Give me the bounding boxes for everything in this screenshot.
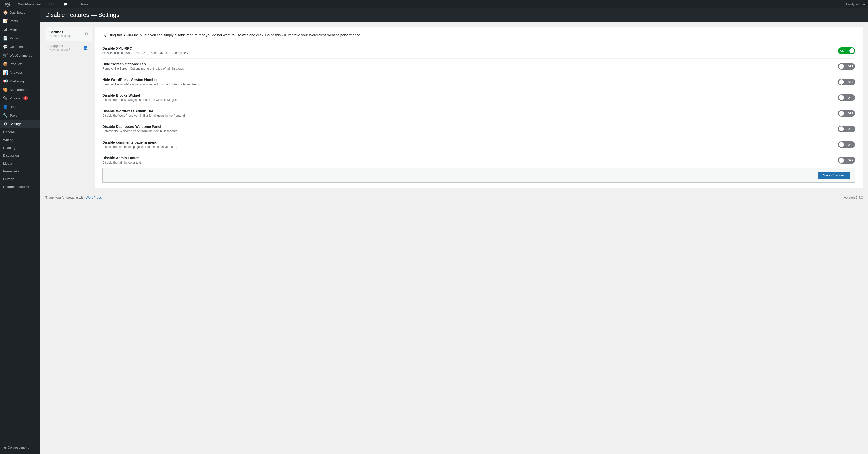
toggle-knob-screen-options: [839, 64, 844, 69]
sidebar-item-dashboard[interactable]: 🏠 Dashboard: [0, 8, 40, 17]
footer-version: Version 6.4.3: [844, 196, 863, 199]
person-icon: 👤: [83, 46, 88, 50]
updates-icon: ↻: [49, 2, 52, 6]
dashboard-icon: 🏠: [3, 10, 7, 15]
comments-nav-icon: 💬: [3, 45, 7, 49]
toggle-label-admin-footer: Disable Admin Footer Disable the admin f…: [102, 156, 142, 164]
plugins-icon: 🔌: [3, 96, 7, 101]
settings-submenu: General Writing Reading Discussion Media…: [0, 128, 40, 191]
toggle-label-comments-menu: Disable comments page in menu Disable th…: [102, 140, 177, 149]
pages-icon: 📄: [3, 36, 7, 40]
toggle-label-screen-options: Hide 'Screen Options' Tab Remove the Scr…: [102, 62, 185, 70]
sidebar-item-media[interactable]: 🖼 Media: [0, 25, 40, 34]
sidebar-item-users[interactable]: 👤 Users: [0, 103, 40, 111]
toggle-row-xml-rpc: Disable XML-RPC On sites running WordPre…: [102, 43, 855, 59]
sidebar-item-appearance[interactable]: 🎨 Appearance: [0, 85, 40, 94]
admin-menu: 🏠 Dashboard 📝 Posts 🖼 Media 📄: [0, 8, 40, 191]
sidebar-item-tools[interactable]: 🔧 Tools: [0, 111, 40, 120]
plugin-sidebar: Settings General settings ⚙ Support Havi…: [45, 27, 92, 188]
sidebar-item-comments[interactable]: 💬 Comments: [0, 42, 40, 51]
site-name[interactable]: WordPress Test: [16, 0, 43, 8]
submenu-writing[interactable]: Writing: [0, 136, 40, 144]
support-tab[interactable]: Support Having Issues? 👤: [45, 41, 92, 55]
toggle-row-comments-menu: Disable comments page in menu Disable th…: [102, 137, 855, 152]
toggle-label-version-number: Hide WordPress Version Number Remove the…: [102, 78, 200, 86]
media-icon: 🖼: [3, 27, 7, 32]
wp-footer: Thank you for creating with WordPress . …: [40, 193, 868, 202]
toggle-row-blocks-widget: Disable Blocks Widget Disable the Blocks…: [102, 90, 855, 106]
toggle-label-admin-bar: Disable WordPress Admin Bar Disable the …: [102, 109, 186, 117]
tools-icon: 🔧: [3, 113, 7, 118]
toggle-switch-comments-menu[interactable]: OFF: [838, 141, 855, 148]
toggle-label-welcome-panel: Disable Dashboard Welcome Panel Remove t…: [102, 125, 178, 133]
toggle-label-blocks-widget: Disable Blocks Widget Disable the Blocks…: [102, 93, 177, 102]
wordpress-link[interactable]: WordPress: [86, 196, 102, 199]
page-title-bar: Disable Features — Settings: [40, 8, 868, 22]
plugin-main-content: By using this All-in-One plugin you can …: [95, 27, 863, 188]
submenu-permalinks[interactable]: Permalinks: [0, 167, 40, 175]
save-changes-button[interactable]: Save Changes: [818, 172, 850, 179]
sidebar-item-marketing[interactable]: 📢 Marketing: [0, 77, 40, 85]
toggle-switch-admin-bar[interactable]: OFF: [838, 110, 855, 117]
settings-icon: ⚙: [3, 122, 7, 126]
marketing-icon: 📢: [3, 79, 7, 83]
gear-icon: ⚙: [85, 32, 88, 36]
toggle-label-xml-rpc: Disable XML-RPC On sites running WordPre…: [102, 47, 189, 55]
plugins-badge: 1: [24, 96, 28, 100]
sidebar-item-woocommerce[interactable]: 🛒 WooCommerce: [0, 51, 40, 60]
toggle-knob-version-number: [839, 80, 844, 85]
toggle-switch-welcome-panel[interactable]: OFF: [838, 126, 855, 132]
toggle-row-admin-footer: Disable Admin Footer Disable the admin f…: [102, 152, 855, 168]
toggle-row-admin-bar: Disable WordPress Admin Bar Disable the …: [102, 106, 855, 121]
page-title: Disable Features — Settings: [45, 11, 863, 19]
toggle-knob-comments-menu: [839, 142, 844, 147]
sidebar-item-posts[interactable]: 📝 Posts: [0, 17, 40, 25]
comments-link[interactable]: 💬 0: [61, 0, 72, 8]
toggle-row-welcome-panel: Disable Dashboard Welcome Panel Remove t…: [102, 121, 855, 137]
updates-link[interactable]: ↻ 1: [47, 0, 57, 8]
wp-logo[interactable]: [3, 0, 12, 8]
toggle-switch-version-number[interactable]: OFF: [838, 79, 855, 85]
save-button-row: Save Changes: [102, 168, 855, 183]
toggle-switch-xml-rpc[interactable]: ON: [838, 48, 855, 54]
users-icon: 👤: [3, 105, 7, 109]
submenu-disable-features[interactable]: Disable Features: [0, 183, 40, 191]
submenu-media[interactable]: Media: [0, 160, 40, 167]
howdy-text: Howdy, admin: [844, 2, 865, 6]
main-content: Disable Features — Settings Settings Gen…: [40, 8, 868, 454]
admin-bar: WordPress Test ↻ 1 💬 0 + New Howdy, admi…: [0, 0, 868, 8]
collapse-menu-button[interactable]: ◀ Collapse menu: [0, 444, 40, 452]
sidebar-item-plugins[interactable]: 🔌 Plugins 1: [0, 94, 40, 103]
comments-icon: 💬: [63, 2, 67, 6]
posts-icon: 📝: [3, 19, 7, 23]
settings-tab[interactable]: Settings General settings ⚙: [45, 27, 92, 41]
analytics-icon: 📊: [3, 70, 7, 75]
submenu-general[interactable]: General: [0, 128, 40, 136]
sidebar-item-products[interactable]: 📦 Products: [0, 60, 40, 68]
footer-thanks: Thank you for creating with WordPress .: [45, 196, 104, 199]
submenu-discussion[interactable]: Discussion: [0, 152, 40, 160]
toggle-switch-admin-footer[interactable]: OFF: [838, 157, 855, 164]
toggle-knob-xml-rpc: [849, 48, 855, 53]
toggle-knob-welcome-panel: [839, 126, 844, 132]
toggle-knob-admin-bar: [839, 111, 844, 116]
sidebar-item-pages[interactable]: 📄 Pages: [0, 34, 40, 42]
admin-sidebar: 🏠 Dashboard 📝 Posts 🖼 Media 📄: [0, 8, 40, 454]
toggle-knob-blocks-widget: [839, 95, 844, 100]
appearance-icon: 🎨: [3, 87, 7, 92]
collapse-icon: ◀: [3, 446, 5, 450]
submenu-reading[interactable]: Reading: [0, 144, 40, 152]
sidebar-item-settings[interactable]: ⚙ Settings General Writing Reading Discu…: [0, 120, 40, 191]
toggle-switch-blocks-widget[interactable]: OFF: [838, 94, 855, 101]
toggle-switch-screen-options[interactable]: OFF: [838, 63, 855, 70]
toggle-row-screen-options: Hide 'Screen Options' Tab Remove the Scr…: [102, 59, 855, 74]
submenu-privacy[interactable]: Privacy: [0, 175, 40, 183]
sidebar-item-analytics[interactable]: 📊 Analytics: [0, 68, 40, 77]
new-content-link[interactable]: + New: [76, 0, 90, 8]
toggle-knob-admin-footer: [839, 158, 844, 163]
products-icon: 📦: [3, 62, 7, 66]
toggle-row-version-number: Hide WordPress Version Number Remove the…: [102, 74, 855, 90]
woocommerce-icon: 🛒: [3, 53, 7, 58]
settings-layout: Settings General settings ⚙ Support Havi…: [45, 27, 863, 188]
intro-text: By using this All-in-One plugin you can …: [102, 32, 855, 38]
